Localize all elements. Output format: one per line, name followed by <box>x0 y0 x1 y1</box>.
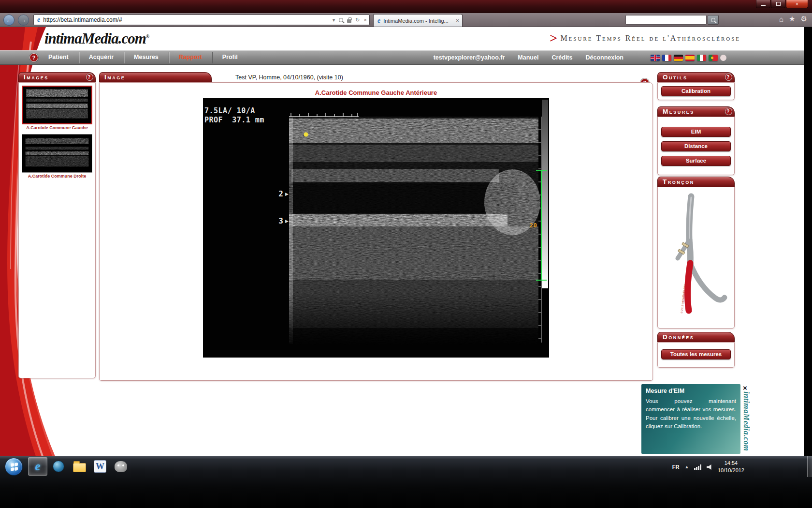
stop-icon[interactable]: × <box>364 17 367 23</box>
refresh-icon[interactable]: ↻ <box>355 17 360 23</box>
tools-panel-body: Calibration <box>657 82 735 100</box>
volume-icon[interactable] <box>707 464 712 470</box>
marker-3-label: 3 <box>278 216 283 225</box>
taskbar-word-button[interactable]: W <box>90 457 110 476</box>
help-icon[interactable]: ? <box>29 53 38 62</box>
flag-placeholder-icon[interactable] <box>720 55 726 61</box>
us-annotation-line1: 7.5LA/ 10/A <box>204 106 255 115</box>
yellow-marker-dot[interactable] <box>304 133 308 137</box>
troncon-panel-title: Tronçon <box>663 178 695 185</box>
images-panel-title: Images <box>24 74 49 81</box>
site-tagline: > Mesure Temps Réel de l'Athérosclérose <box>549 33 740 44</box>
notification-watermark: intimaMedia.com <box>742 391 751 456</box>
measures-panel-body: EIM Distance Surface <box>657 117 735 175</box>
tab-close-icon[interactable]: × <box>456 17 459 24</box>
language-indicator[interactable]: FR <box>672 464 680 470</box>
marker-2-label: 2 <box>278 189 283 198</box>
taskbar-browser-button[interactable] <box>49 457 68 476</box>
tagline-text: Mesure Temps Réel de l'Athérosclérose <box>560 34 740 43</box>
flag-pt-icon[interactable] <box>709 55 718 61</box>
flag-es-icon[interactable] <box>685 55 695 61</box>
windows-taskbar: e W FR ▲ 14:54 10/10/2012 <box>0 456 812 508</box>
tray-expand-icon[interactable]: ▲ <box>685 464 689 469</box>
start-button[interactable] <box>5 458 23 476</box>
window-close-button[interactable]: × <box>786 0 808 8</box>
all-measures-button[interactable]: Toutes les mesures <box>661 349 731 359</box>
home-icon[interactable]: ⌂ <box>779 15 783 23</box>
forward-button[interactable]: → <box>18 15 29 26</box>
close-icon: × <box>796 1 798 7</box>
notification-body: Vous pouvez maintenant commencer à réali… <box>646 397 736 431</box>
windows-logo-icon <box>11 463 18 471</box>
flag-fr-icon[interactable] <box>662 55 671 61</box>
flag-de-icon[interactable] <box>674 55 683 61</box>
selected-artery-segment[interactable] <box>687 263 690 311</box>
help-icon[interactable]: ? <box>725 74 732 81</box>
back-icon: ← <box>6 16 12 24</box>
help-icon[interactable]: ? <box>86 74 93 81</box>
tools-panel-title: Outils <box>663 74 688 81</box>
address-bar[interactable]: e https://beta.intimamedia.com/# ▾ ↻ × <box>33 15 370 25</box>
minimize-icon <box>761 5 766 6</box>
site-logo: intimaMedia.com® <box>44 30 149 47</box>
browser-tab[interactable]: e IntimaMedia.com - Intellig... × <box>373 14 463 27</box>
calibration-button[interactable]: Calibration <box>661 86 731 96</box>
search-icon[interactable] <box>339 18 343 22</box>
us-annotation-line2: PROF 37.1 mm <box>204 116 264 124</box>
ultrasound-image[interactable]: 7.5LA/ 10/A PROF 37.1 mm 2 ▶ 3 ▶ 20 <box>203 98 549 358</box>
show-desktop-button[interactable] <box>807 456 812 477</box>
distance-button[interactable]: Distance <box>661 141 731 151</box>
thumbnail-carotide-gauche[interactable] <box>22 86 92 124</box>
ie-icon: e <box>35 460 40 473</box>
surface-button[interactable]: Surface <box>661 156 731 166</box>
favorites-star-icon[interactable]: ★ <box>789 15 795 23</box>
network-icon[interactable] <box>694 464 701 470</box>
registered-mark: ® <box>146 34 149 39</box>
toolbar-search-button[interactable] <box>708 15 719 25</box>
image-panel-title: Image <box>104 74 125 81</box>
settings-gear-icon[interactable]: ⚙ <box>801 15 807 23</box>
measures-panel-title: Mesures <box>663 108 695 115</box>
help-icon[interactable]: ? <box>725 108 732 115</box>
gimp-icon <box>115 461 127 472</box>
flag-en-icon[interactable] <box>651 55 660 61</box>
image-panel-tab: Image <box>99 72 212 82</box>
nav-item-profil[interactable]: Profil <box>212 50 248 65</box>
nav-item-acquerir[interactable]: Acquérir <box>79 50 124 65</box>
back-button[interactable]: ← <box>3 15 14 26</box>
thumbnail-caption: A.Carotide Commune Gauche <box>21 125 93 130</box>
main-navigation: ? Patient Acquérir Mesures Rapport Profi… <box>0 50 804 65</box>
toolbar-search-input[interactable] <box>625 15 707 25</box>
language-flags <box>651 55 726 61</box>
nav-link-credits[interactable]: Crédits <box>551 54 572 61</box>
thumbnail-carotide-droite[interactable] <box>22 134 92 173</box>
taskbar-explorer-button[interactable] <box>70 457 89 476</box>
user-email: testvpexplorer@yahoo.fr <box>434 54 505 61</box>
nav-item-patient[interactable]: Patient <box>38 50 79 65</box>
browser-tab-title: IntimaMedia.com - Intellig... <box>383 18 454 24</box>
scale-value-label: 20 <box>529 222 537 229</box>
taskbar-ie-button[interactable]: e <box>28 457 47 476</box>
carotid-artery-diagram[interactable]: © 2011 IntimaMedia.com <box>662 190 730 324</box>
nav-link-deconnexion[interactable]: Déconnexion <box>586 54 624 61</box>
flag-it-icon[interactable] <box>697 55 706 61</box>
nav-item-rapport[interactable]: Rapport <box>169 50 212 65</box>
notification-popup: Mesure d'EIM Vous pouvez maintenant comm… <box>641 384 740 454</box>
measures-panel-tab: Mesures ? <box>657 106 735 117</box>
grayscale-bar <box>542 100 548 288</box>
nav-item-mesures[interactable]: Mesures <box>124 50 169 65</box>
browser-toolbar: ← → e https://beta.intimamedia.com/# ▾ ↻… <box>0 13 812 27</box>
nav-link-manuel[interactable]: Manuel <box>518 54 538 61</box>
forward-icon: → <box>20 16 27 24</box>
window-maximize-button[interactable] <box>771 0 785 8</box>
eim-button[interactable]: EIM <box>661 127 731 137</box>
notification-close-icon[interactable]: × <box>743 384 747 392</box>
search-dropdown-icon[interactable]: ▾ <box>333 17 335 23</box>
taskbar-clock[interactable]: 14:54 10/10/2012 <box>718 460 744 475</box>
data-panel-title: Données <box>663 333 694 341</box>
clock-date: 10/10/2012 <box>718 467 744 474</box>
page-content: intimaMedia.com® > Mesure Temps Réel de … <box>0 27 804 456</box>
chevron-right-icon: > <box>549 33 557 44</box>
taskbar-gimp-button[interactable] <box>111 457 130 476</box>
window-minimize-button[interactable] <box>756 0 770 8</box>
